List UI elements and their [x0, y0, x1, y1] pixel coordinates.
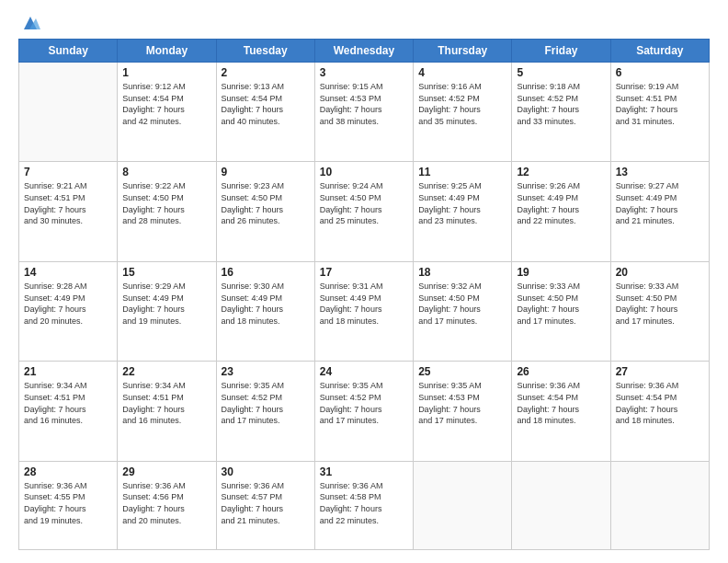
week-row-2: 7Sunrise: 9:21 AMSunset: 4:51 PMDaylight…: [19, 162, 710, 261]
calendar-cell-4-7: 27Sunrise: 9:36 AMSunset: 4:54 PMDayligh…: [610, 362, 709, 461]
day-number: 31: [320, 465, 408, 478]
weekday-header-sunday: Sunday: [19, 40, 118, 63]
weekday-header-thursday: Thursday: [414, 40, 512, 63]
calendar-cell-2-4: 10Sunrise: 9:24 AMSunset: 4:50 PMDayligh…: [314, 162, 413, 261]
calendar-cell-1-3: 2Sunrise: 9:13 AMSunset: 4:54 PMDaylight…: [216, 63, 314, 162]
calendar-cell-4-6: 26Sunrise: 9:36 AMSunset: 4:54 PMDayligh…: [512, 362, 610, 461]
day-number: 2: [222, 66, 310, 79]
calendar-cell-5-3: 30Sunrise: 9:36 AMSunset: 4:57 PMDayligh…: [216, 461, 314, 549]
day-info: Sunrise: 9:36 AMSunset: 4:58 PMDaylight:…: [320, 480, 408, 526]
day-number: 15: [122, 266, 210, 279]
day-info: Sunrise: 9:23 AMSunset: 4:50 PMDaylight:…: [222, 180, 310, 226]
calendar-cell-1-6: 5Sunrise: 9:18 AMSunset: 4:52 PMDaylight…: [512, 63, 610, 162]
day-number: 27: [616, 365, 704, 378]
day-number: 21: [24, 365, 112, 378]
header: [18, 17, 710, 29]
day-number: 26: [517, 365, 605, 378]
calendar-cell-1-7: 6Sunrise: 9:19 AMSunset: 4:51 PMDaylight…: [610, 63, 709, 162]
calendar-cell-3-3: 16Sunrise: 9:30 AMSunset: 4:49 PMDayligh…: [216, 261, 314, 361]
day-number: 30: [222, 465, 310, 478]
calendar-cell-2-1: 7Sunrise: 9:21 AMSunset: 4:51 PMDaylight…: [19, 162, 118, 261]
calendar-cell-2-6: 12Sunrise: 9:26 AMSunset: 4:49 PMDayligh…: [512, 162, 610, 261]
day-info: Sunrise: 9:35 AMSunset: 4:53 PMDaylight:…: [418, 380, 506, 426]
day-info: Sunrise: 9:36 AMSunset: 4:55 PMDaylight:…: [24, 480, 112, 526]
weekday-header-tuesday: Tuesday: [216, 40, 314, 63]
day-number: 16: [222, 266, 310, 279]
day-number: 7: [24, 166, 112, 178]
day-info: Sunrise: 9:12 AMSunset: 4:54 PMDaylight:…: [122, 81, 210, 127]
weekday-header-wednesday: Wednesday: [314, 40, 413, 63]
day-info: Sunrise: 9:15 AMSunset: 4:53 PMDaylight:…: [320, 81, 408, 127]
day-info: Sunrise: 9:25 AMSunset: 4:49 PMDaylight:…: [418, 180, 506, 226]
calendar-cell-2-7: 13Sunrise: 9:27 AMSunset: 4:49 PMDayligh…: [610, 162, 709, 261]
day-number: 11: [418, 166, 506, 178]
day-number: 18: [418, 266, 506, 279]
calendar-cell-4-2: 22Sunrise: 9:34 AMSunset: 4:51 PMDayligh…: [118, 362, 216, 461]
day-number: 10: [320, 166, 408, 178]
day-number: 25: [418, 365, 506, 378]
day-number: 4: [418, 66, 506, 79]
day-number: 28: [24, 465, 112, 478]
day-info: Sunrise: 9:27 AMSunset: 4:49 PMDaylight:…: [616, 180, 704, 226]
calendar-cell-3-1: 14Sunrise: 9:28 AMSunset: 4:49 PMDayligh…: [19, 261, 118, 361]
day-number: 23: [222, 365, 310, 378]
calendar-table: SundayMondayTuesdayWednesdayThursdayFrid…: [18, 39, 710, 550]
calendar-cell-3-5: 18Sunrise: 9:32 AMSunset: 4:50 PMDayligh…: [414, 261, 512, 361]
calendar-cell-3-6: 19Sunrise: 9:33 AMSunset: 4:50 PMDayligh…: [512, 261, 610, 361]
calendar-cell-4-3: 23Sunrise: 9:35 AMSunset: 4:52 PMDayligh…: [216, 362, 314, 461]
day-number: 19: [517, 266, 605, 279]
day-info: Sunrise: 9:32 AMSunset: 4:50 PMDaylight:…: [418, 281, 506, 327]
day-number: 3: [320, 66, 408, 79]
day-info: Sunrise: 9:18 AMSunset: 4:52 PMDaylight:…: [517, 81, 605, 127]
week-row-3: 14Sunrise: 9:28 AMSunset: 4:49 PMDayligh…: [19, 261, 710, 361]
day-info: Sunrise: 9:24 AMSunset: 4:50 PMDaylight:…: [320, 180, 408, 226]
day-info: Sunrise: 9:34 AMSunset: 4:51 PMDaylight:…: [122, 380, 210, 426]
weekday-header-monday: Monday: [118, 40, 216, 63]
calendar-cell-4-4: 24Sunrise: 9:35 AMSunset: 4:52 PMDayligh…: [314, 362, 413, 461]
calendar-cell-4-1: 21Sunrise: 9:34 AMSunset: 4:51 PMDayligh…: [19, 362, 118, 461]
page: SundayMondayTuesdayWednesdayThursdayFrid…: [0, 0, 728, 563]
day-number: 13: [616, 166, 704, 178]
day-number: 12: [517, 166, 605, 178]
calendar-cell-4-5: 25Sunrise: 9:35 AMSunset: 4:53 PMDayligh…: [414, 362, 512, 461]
day-number: 8: [122, 166, 210, 178]
calendar-cell-3-7: 20Sunrise: 9:33 AMSunset: 4:50 PMDayligh…: [610, 261, 709, 361]
calendar-cell-2-3: 9Sunrise: 9:23 AMSunset: 4:50 PMDaylight…: [216, 162, 314, 261]
day-info: Sunrise: 9:31 AMSunset: 4:49 PMDaylight:…: [320, 281, 408, 327]
week-row-4: 21Sunrise: 9:34 AMSunset: 4:51 PMDayligh…: [19, 362, 710, 461]
day-number: 20: [616, 266, 704, 279]
day-info: Sunrise: 9:21 AMSunset: 4:51 PMDaylight:…: [24, 180, 112, 226]
day-info: Sunrise: 9:33 AMSunset: 4:50 PMDaylight:…: [616, 281, 704, 327]
calendar-cell-5-6: [512, 461, 610, 549]
day-number: 6: [616, 66, 704, 79]
calendar-cell-2-5: 11Sunrise: 9:25 AMSunset: 4:49 PMDayligh…: [414, 162, 512, 261]
calendar-cell-5-1: 28Sunrise: 9:36 AMSunset: 4:55 PMDayligh…: [19, 461, 118, 549]
calendar-cell-3-2: 15Sunrise: 9:29 AMSunset: 4:49 PMDayligh…: [118, 261, 216, 361]
day-number: 9: [222, 166, 310, 178]
logo-icon: [20, 13, 40, 33]
week-row-5: 28Sunrise: 9:36 AMSunset: 4:55 PMDayligh…: [19, 461, 710, 549]
day-info: Sunrise: 9:34 AMSunset: 4:51 PMDaylight:…: [24, 380, 112, 426]
day-number: 24: [320, 365, 408, 378]
calendar-cell-5-4: 31Sunrise: 9:36 AMSunset: 4:58 PMDayligh…: [314, 461, 413, 549]
calendar-cell-1-5: 4Sunrise: 9:16 AMSunset: 4:52 PMDaylight…: [414, 63, 512, 162]
calendar-cell-3-4: 17Sunrise: 9:31 AMSunset: 4:49 PMDayligh…: [314, 261, 413, 361]
calendar-cell-5-2: 29Sunrise: 9:36 AMSunset: 4:56 PMDayligh…: [118, 461, 216, 549]
week-row-1: 1Sunrise: 9:12 AMSunset: 4:54 PMDaylight…: [19, 63, 710, 162]
day-number: 1: [122, 66, 210, 79]
day-info: Sunrise: 9:35 AMSunset: 4:52 PMDaylight:…: [222, 380, 310, 426]
day-info: Sunrise: 9:16 AMSunset: 4:52 PMDaylight:…: [418, 81, 506, 127]
day-info: Sunrise: 9:36 AMSunset: 4:54 PMDaylight:…: [616, 380, 704, 426]
calendar-cell-5-5: [414, 461, 512, 549]
day-number: 22: [122, 365, 210, 378]
day-number: 14: [24, 266, 112, 279]
day-info: Sunrise: 9:22 AMSunset: 4:50 PMDaylight:…: [122, 180, 210, 226]
calendar-cell-2-2: 8Sunrise: 9:22 AMSunset: 4:50 PMDaylight…: [118, 162, 216, 261]
day-info: Sunrise: 9:36 AMSunset: 4:54 PMDaylight:…: [517, 380, 605, 426]
day-info: Sunrise: 9:28 AMSunset: 4:49 PMDaylight:…: [24, 281, 112, 327]
day-info: Sunrise: 9:26 AMSunset: 4:49 PMDaylight:…: [517, 180, 605, 226]
day-info: Sunrise: 9:36 AMSunset: 4:56 PMDaylight:…: [122, 480, 210, 526]
calendar-cell-5-7: [610, 461, 709, 549]
day-number: 17: [320, 266, 408, 279]
day-info: Sunrise: 9:36 AMSunset: 4:57 PMDaylight:…: [222, 480, 310, 526]
